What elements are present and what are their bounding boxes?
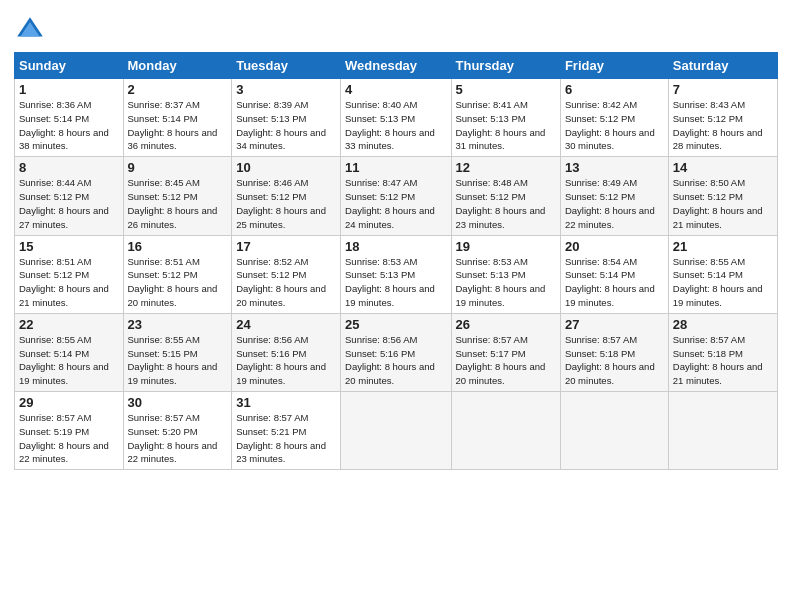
day-number: 8 <box>19 160 119 175</box>
day-info: Sunrise: 8:37 AMSunset: 5:14 PMDaylight:… <box>128 99 218 151</box>
day-number: 30 <box>128 395 228 410</box>
day-number: 29 <box>19 395 119 410</box>
day-info: Sunrise: 8:56 AMSunset: 5:16 PMDaylight:… <box>236 334 326 386</box>
weekday-header-tuesday: Tuesday <box>232 53 341 79</box>
calendar-cell: 2Sunrise: 8:37 AMSunset: 5:14 PMDaylight… <box>123 79 232 157</box>
day-info: Sunrise: 8:57 AMSunset: 5:18 PMDaylight:… <box>565 334 655 386</box>
calendar-cell: 5Sunrise: 8:41 AMSunset: 5:13 PMDaylight… <box>451 79 560 157</box>
day-info: Sunrise: 8:46 AMSunset: 5:12 PMDaylight:… <box>236 177 326 229</box>
calendar-cell <box>341 392 451 470</box>
day-number: 22 <box>19 317 119 332</box>
page-header <box>14 10 778 46</box>
day-number: 13 <box>565 160 664 175</box>
day-number: 17 <box>236 239 336 254</box>
calendar-cell: 27Sunrise: 8:57 AMSunset: 5:18 PMDayligh… <box>560 313 668 391</box>
day-info: Sunrise: 8:57 AMSunset: 5:21 PMDaylight:… <box>236 412 326 464</box>
day-info: Sunrise: 8:44 AMSunset: 5:12 PMDaylight:… <box>19 177 109 229</box>
day-info: Sunrise: 8:39 AMSunset: 5:13 PMDaylight:… <box>236 99 326 151</box>
day-info: Sunrise: 8:53 AMSunset: 5:13 PMDaylight:… <box>456 256 546 308</box>
day-info: Sunrise: 8:40 AMSunset: 5:13 PMDaylight:… <box>345 99 435 151</box>
calendar-cell: 21Sunrise: 8:55 AMSunset: 5:14 PMDayligh… <box>668 235 777 313</box>
calendar-cell: 11Sunrise: 8:47 AMSunset: 5:12 PMDayligh… <box>341 157 451 235</box>
day-info: Sunrise: 8:57 AMSunset: 5:18 PMDaylight:… <box>673 334 763 386</box>
day-number: 9 <box>128 160 228 175</box>
day-info: Sunrise: 8:55 AMSunset: 5:15 PMDaylight:… <box>128 334 218 386</box>
day-number: 18 <box>345 239 446 254</box>
weekday-header-saturday: Saturday <box>668 53 777 79</box>
logo <box>14 14 50 46</box>
calendar-cell <box>668 392 777 470</box>
calendar-cell: 9Sunrise: 8:45 AMSunset: 5:12 PMDaylight… <box>123 157 232 235</box>
calendar-cell: 14Sunrise: 8:50 AMSunset: 5:12 PMDayligh… <box>668 157 777 235</box>
calendar-cell: 22Sunrise: 8:55 AMSunset: 5:14 PMDayligh… <box>15 313 124 391</box>
day-info: Sunrise: 8:36 AMSunset: 5:14 PMDaylight:… <box>19 99 109 151</box>
day-info: Sunrise: 8:51 AMSunset: 5:12 PMDaylight:… <box>19 256 109 308</box>
calendar-cell: 1Sunrise: 8:36 AMSunset: 5:14 PMDaylight… <box>15 79 124 157</box>
day-number: 14 <box>673 160 773 175</box>
day-number: 4 <box>345 82 446 97</box>
calendar-week-row: 8Sunrise: 8:44 AMSunset: 5:12 PMDaylight… <box>15 157 778 235</box>
day-info: Sunrise: 8:50 AMSunset: 5:12 PMDaylight:… <box>673 177 763 229</box>
calendar-cell: 19Sunrise: 8:53 AMSunset: 5:13 PMDayligh… <box>451 235 560 313</box>
day-number: 7 <box>673 82 773 97</box>
calendar-cell: 24Sunrise: 8:56 AMSunset: 5:16 PMDayligh… <box>232 313 341 391</box>
calendar-week-row: 29Sunrise: 8:57 AMSunset: 5:19 PMDayligh… <box>15 392 778 470</box>
day-number: 6 <box>565 82 664 97</box>
calendar-cell: 8Sunrise: 8:44 AMSunset: 5:12 PMDaylight… <box>15 157 124 235</box>
day-info: Sunrise: 8:48 AMSunset: 5:12 PMDaylight:… <box>456 177 546 229</box>
day-number: 5 <box>456 82 556 97</box>
day-number: 10 <box>236 160 336 175</box>
calendar-cell: 31Sunrise: 8:57 AMSunset: 5:21 PMDayligh… <box>232 392 341 470</box>
day-info: Sunrise: 8:53 AMSunset: 5:13 PMDaylight:… <box>345 256 435 308</box>
day-number: 3 <box>236 82 336 97</box>
calendar-cell: 25Sunrise: 8:56 AMSunset: 5:16 PMDayligh… <box>341 313 451 391</box>
calendar-cell: 26Sunrise: 8:57 AMSunset: 5:17 PMDayligh… <box>451 313 560 391</box>
calendar-week-row: 1Sunrise: 8:36 AMSunset: 5:14 PMDaylight… <box>15 79 778 157</box>
calendar-week-row: 15Sunrise: 8:51 AMSunset: 5:12 PMDayligh… <box>15 235 778 313</box>
day-number: 28 <box>673 317 773 332</box>
day-number: 12 <box>456 160 556 175</box>
calendar-table: SundayMondayTuesdayWednesdayThursdayFrid… <box>14 52 778 470</box>
day-number: 1 <box>19 82 119 97</box>
day-number: 27 <box>565 317 664 332</box>
day-info: Sunrise: 8:56 AMSunset: 5:16 PMDaylight:… <box>345 334 435 386</box>
day-info: Sunrise: 8:52 AMSunset: 5:12 PMDaylight:… <box>236 256 326 308</box>
day-number: 16 <box>128 239 228 254</box>
day-number: 15 <box>19 239 119 254</box>
calendar-cell: 17Sunrise: 8:52 AMSunset: 5:12 PMDayligh… <box>232 235 341 313</box>
day-number: 26 <box>456 317 556 332</box>
weekday-header-thursday: Thursday <box>451 53 560 79</box>
day-number: 21 <box>673 239 773 254</box>
calendar-cell: 6Sunrise: 8:42 AMSunset: 5:12 PMDaylight… <box>560 79 668 157</box>
calendar-cell: 30Sunrise: 8:57 AMSunset: 5:20 PMDayligh… <box>123 392 232 470</box>
day-info: Sunrise: 8:45 AMSunset: 5:12 PMDaylight:… <box>128 177 218 229</box>
day-info: Sunrise: 8:47 AMSunset: 5:12 PMDaylight:… <box>345 177 435 229</box>
calendar-cell: 20Sunrise: 8:54 AMSunset: 5:14 PMDayligh… <box>560 235 668 313</box>
day-info: Sunrise: 8:51 AMSunset: 5:12 PMDaylight:… <box>128 256 218 308</box>
logo-icon <box>14 14 46 46</box>
weekday-header-sunday: Sunday <box>15 53 124 79</box>
day-info: Sunrise: 8:57 AMSunset: 5:20 PMDaylight:… <box>128 412 218 464</box>
day-info: Sunrise: 8:49 AMSunset: 5:12 PMDaylight:… <box>565 177 655 229</box>
day-number: 19 <box>456 239 556 254</box>
weekday-header-monday: Monday <box>123 53 232 79</box>
calendar-cell: 28Sunrise: 8:57 AMSunset: 5:18 PMDayligh… <box>668 313 777 391</box>
calendar-cell: 3Sunrise: 8:39 AMSunset: 5:13 PMDaylight… <box>232 79 341 157</box>
calendar-cell: 13Sunrise: 8:49 AMSunset: 5:12 PMDayligh… <box>560 157 668 235</box>
day-info: Sunrise: 8:43 AMSunset: 5:12 PMDaylight:… <box>673 99 763 151</box>
day-info: Sunrise: 8:54 AMSunset: 5:14 PMDaylight:… <box>565 256 655 308</box>
day-info: Sunrise: 8:55 AMSunset: 5:14 PMDaylight:… <box>19 334 109 386</box>
day-info: Sunrise: 8:55 AMSunset: 5:14 PMDaylight:… <box>673 256 763 308</box>
day-info: Sunrise: 8:57 AMSunset: 5:19 PMDaylight:… <box>19 412 109 464</box>
calendar-week-row: 22Sunrise: 8:55 AMSunset: 5:14 PMDayligh… <box>15 313 778 391</box>
weekday-header-wednesday: Wednesday <box>341 53 451 79</box>
calendar-cell: 4Sunrise: 8:40 AMSunset: 5:13 PMDaylight… <box>341 79 451 157</box>
day-info: Sunrise: 8:41 AMSunset: 5:13 PMDaylight:… <box>456 99 546 151</box>
day-number: 25 <box>345 317 446 332</box>
weekday-header-row: SundayMondayTuesdayWednesdayThursdayFrid… <box>15 53 778 79</box>
day-number: 23 <box>128 317 228 332</box>
calendar-cell: 18Sunrise: 8:53 AMSunset: 5:13 PMDayligh… <box>341 235 451 313</box>
day-info: Sunrise: 8:57 AMSunset: 5:17 PMDaylight:… <box>456 334 546 386</box>
calendar-cell: 10Sunrise: 8:46 AMSunset: 5:12 PMDayligh… <box>232 157 341 235</box>
day-number: 11 <box>345 160 446 175</box>
